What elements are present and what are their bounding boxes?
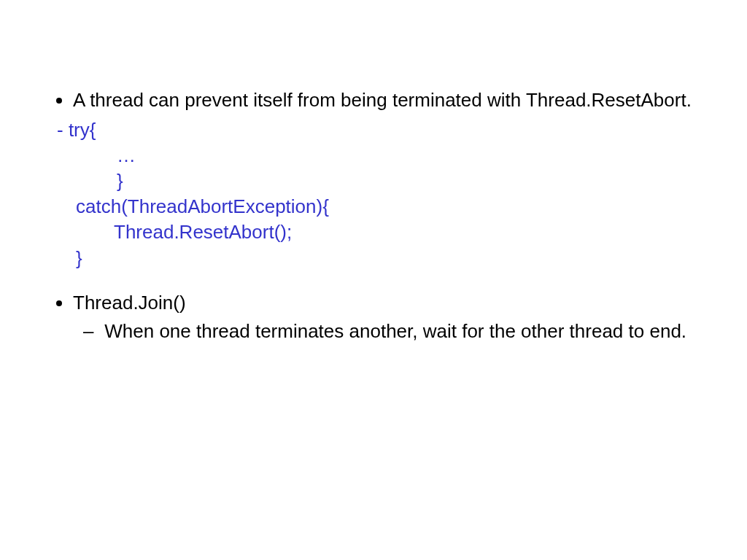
- code-block: - try{ … } catch(ThreadAbortException){ …: [44, 117, 703, 271]
- code-line-closebrace2: }: [76, 246, 703, 271]
- code-line-try: - try{: [57, 117, 703, 143]
- bullet-text-2: Thread.Join(): [73, 292, 186, 314]
- bullet-item-2: Thread.Join() When one thread terminates…: [73, 290, 703, 344]
- bullet-list: A thread can prevent itself from being t…: [44, 88, 703, 113]
- sub-bullet-text: When one thread terminates another, wait…: [104, 320, 686, 342]
- code-line-closebrace1: }: [117, 168, 703, 194]
- code-line-catch: catch(ThreadAbortException){: [76, 194, 703, 219]
- code-line-ellipsis: …: [117, 143, 703, 168]
- code-line-resetabort: Thread.ResetAbort();: [114, 219, 703, 245]
- slide: A thread can prevent itself from being t…: [0, 0, 747, 560]
- bullet-item-1: A thread can prevent itself from being t…: [73, 88, 703, 113]
- bullet-text-1: A thread can prevent itself from being t…: [73, 89, 692, 111]
- bullet-list-2: Thread.Join() When one thread terminates…: [44, 290, 703, 344]
- sub-bullet-list: When one thread terminates another, wait…: [73, 319, 703, 344]
- sub-bullet-item: When one thread terminates another, wait…: [99, 319, 703, 344]
